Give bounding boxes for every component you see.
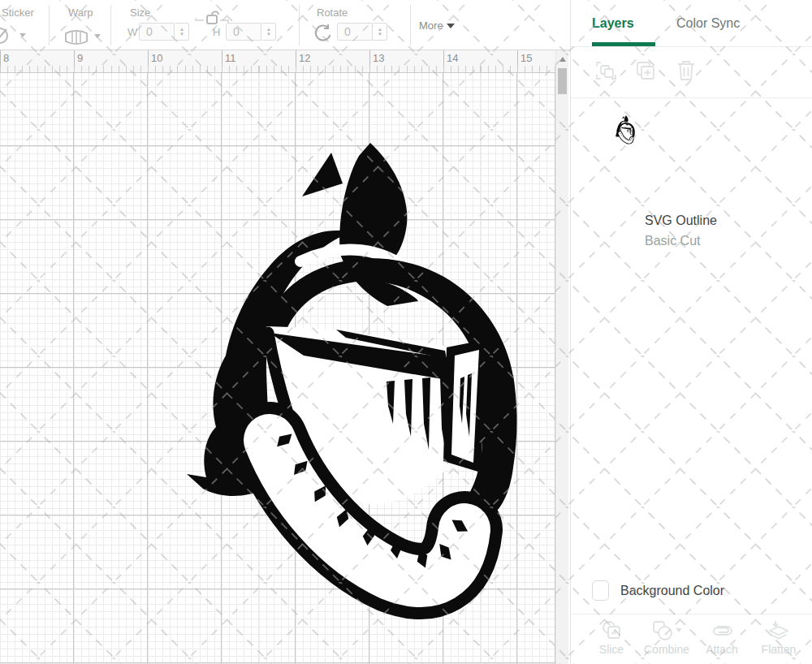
toolbar-divider [299, 5, 300, 45]
size-section-label: Size [130, 6, 150, 19]
horizontal-ruler: 8 9 10 11 12 13 14 15 [0, 50, 555, 73]
width-input[interactable]: 0 [139, 23, 175, 41]
design-canvas[interactable] [0, 73, 555, 664]
combine-button[interactable]: Combine [642, 619, 691, 656]
height-input[interactable]: 0 [226, 23, 261, 41]
attach-button[interactable]: Attach [698, 619, 746, 656]
delete-icon[interactable] [675, 59, 698, 82]
warp-caret-icon[interactable] [94, 34, 101, 38]
attach-icon [710, 623, 735, 639]
height-stepper[interactable]: ▲▼ [262, 23, 276, 41]
panel-divider [571, 97, 812, 98]
toolbar-divider [410, 5, 411, 45]
offset-icon[interactable] [0, 26, 16, 45]
background-color-swatch[interactable] [592, 580, 609, 601]
duplicate-icon[interactable] [634, 60, 657, 83]
edit-toolbar: Sticker Warp Size W 0 ▲▼ H 0 ▲▼ Rotate [0, 0, 570, 50]
tab-color-sync[interactable]: Color Sync [676, 16, 740, 31]
scroll-up-arrow-icon[interactable] [559, 57, 566, 62]
toolbar-divider [49, 5, 50, 45]
combine-label: Combine [642, 643, 691, 656]
width-field-label: W [127, 26, 137, 38]
warp-icon[interactable] [63, 29, 89, 45]
combine-icon [652, 620, 683, 641]
warp-section-label: Warp [68, 6, 93, 19]
rotate-section-label: Rotate [317, 6, 348, 19]
rotate-input[interactable]: 0 [337, 23, 373, 41]
toolbar-divider [110, 5, 111, 45]
height-field-label: H [213, 26, 220, 38]
ruler-label: 14 [447, 52, 458, 64]
layer-title: SVG Outline [645, 213, 717, 228]
group-icon[interactable] [595, 60, 618, 83]
layers-panel: Layers Color Sync SVG Outline Basic [570, 0, 812, 664]
layer-cut-type: Basic Cut [645, 234, 700, 248]
ruler-label: 11 [225, 52, 236, 64]
width-stepper[interactable]: ▲▼ [175, 23, 189, 41]
ruler-label: 9 [77, 52, 83, 64]
canvas-vertical-scrollbar[interactable] [555, 50, 568, 664]
slice-button[interactable]: Slice [587, 619, 636, 656]
slice-icon [602, 620, 623, 641]
more-button[interactable]: More [419, 19, 443, 32]
layer-row[interactable]: SVG Outline Basic Cut [571, 102, 812, 153]
ruler-label: 10 [151, 52, 162, 64]
attach-label: Attach [698, 643, 746, 656]
flatten-label: Flatten [754, 643, 803, 656]
ruler-label: 12 [299, 52, 310, 64]
tabbar-border [571, 46, 812, 47]
ruler-label: 13 [373, 52, 384, 64]
sticker-caret-icon[interactable] [19, 33, 26, 37]
layer-thumbnail [614, 115, 637, 144]
sticker-section-label: Sticker [2, 6, 34, 19]
ruler-label: 15 [520, 52, 532, 64]
more-caret-icon[interactable] [447, 24, 455, 28]
rotate-icon[interactable] [312, 24, 333, 43]
ruler-label: 8 [3, 52, 9, 64]
scrollbar-thumb[interactable] [558, 68, 567, 94]
tab-layers[interactable]: Layers [592, 16, 634, 31]
flatten-icon [768, 619, 789, 642]
design-app-window: Sticker Warp Size W 0 ▲▼ H 0 ▲▼ Rotate [0, 0, 812, 664]
ruler-minor-ticks [0, 66, 555, 72]
flatten-button[interactable]: Flatten [754, 619, 803, 656]
panel-divider [571, 614, 812, 614]
knight-helmet-artwork[interactable] [179, 138, 536, 625]
background-color-label: Background Color [620, 584, 724, 598]
slice-label: Slice [587, 643, 636, 656]
rotate-stepper[interactable]: ▲▼ [374, 23, 387, 41]
